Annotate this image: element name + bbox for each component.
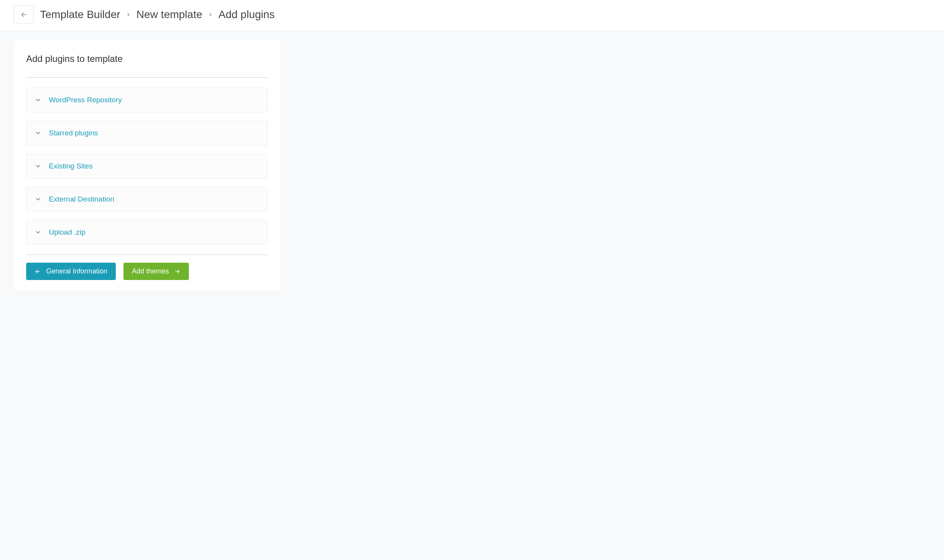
chevron-down-icon <box>35 130 41 136</box>
header-bar: Template Builder New template Add plugin… <box>0 0 944 31</box>
card-title: Add plugins to template <box>26 53 268 64</box>
content-area: Add plugins to template WordPress Reposi… <box>0 31 944 300</box>
add-themes-button[interactable]: Add themes <box>123 263 189 280</box>
breadcrumb-item-0[interactable]: Template Builder <box>40 8 120 21</box>
accordion-external-destination[interactable]: External Destination <box>26 187 268 212</box>
accordion-label: Starred plugins <box>49 129 98 137</box>
chevron-right-icon <box>126 12 131 17</box>
back-button[interactable] <box>14 5 34 24</box>
divider <box>26 77 268 78</box>
breadcrumb-item-2[interactable]: Add plugins <box>218 8 275 21</box>
accordion-label: Upload .zip <box>49 228 85 237</box>
arrow-left-icon <box>20 11 28 18</box>
chevron-right-icon <box>208 12 213 17</box>
accordion-existing-sites[interactable]: Existing Sites <box>26 154 268 178</box>
chevron-down-icon <box>35 229 41 235</box>
chevron-down-icon <box>35 196 41 202</box>
general-information-button[interactable]: General Information <box>26 263 116 280</box>
accordion-wordpress-repository[interactable]: WordPress Repository <box>26 88 268 112</box>
breadcrumb-item-1[interactable]: New template <box>137 8 202 21</box>
accordion-label: WordPress Repository <box>49 96 122 104</box>
accordion-label: External Destination <box>49 195 114 203</box>
arrow-left-icon <box>35 268 41 275</box>
accordion-list: WordPress Repository Starred plugins Exi… <box>26 88 268 245</box>
button-label: General Information <box>46 267 107 275</box>
accordion-upload-zip[interactable]: Upload .zip <box>26 220 268 245</box>
divider <box>26 255 268 255</box>
accordion-label: Existing Sites <box>49 162 93 170</box>
breadcrumb: Template Builder New template Add plugin… <box>40 8 275 21</box>
arrow-right-icon <box>174 268 180 275</box>
chevron-down-icon <box>35 97 41 103</box>
button-row: General Information Add themes <box>26 263 268 280</box>
accordion-starred-plugins[interactable]: Starred plugins <box>26 121 268 145</box>
add-plugins-card: Add plugins to template WordPress Reposi… <box>14 40 280 291</box>
button-label: Add themes <box>132 267 169 275</box>
chevron-down-icon <box>35 163 41 169</box>
